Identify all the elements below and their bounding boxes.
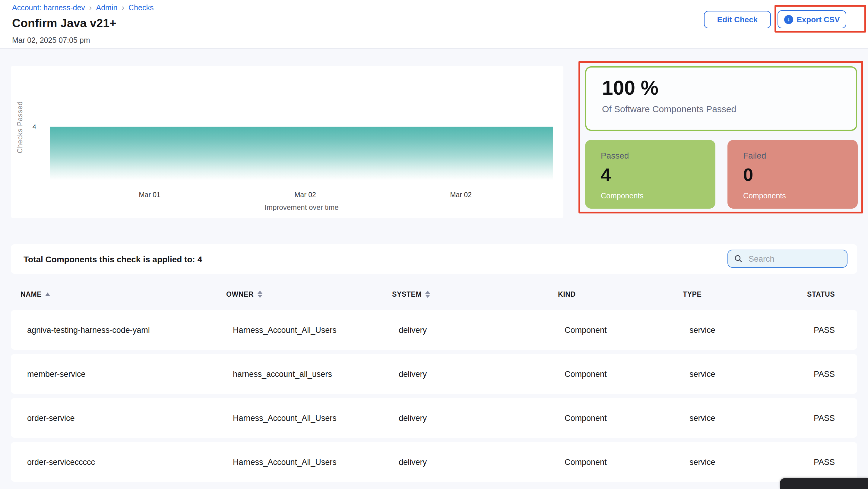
column-header-label: SYSTEM — [392, 290, 422, 298]
table-row[interactable]: order-serviceccccc Harness_Account_All_U… — [11, 442, 857, 482]
pass-rate-label: Of Software Components Passed — [602, 104, 856, 114]
failed-value: 0 — [743, 165, 858, 185]
column-header-status: STATUS — [807, 290, 857, 298]
search-input[interactable] — [747, 254, 847, 264]
page-content: Checks Passed 4 Mar 01 Mar 02 Mar 02 Imp… — [0, 49, 868, 489]
column-header-kind: KIND — [558, 290, 683, 298]
cell-system: delivery — [399, 413, 565, 422]
search-icon — [734, 255, 743, 263]
cell-owner: harness_account_all_users — [233, 369, 399, 378]
cell-kind: Component — [565, 413, 689, 422]
cell-system: delivery — [399, 369, 565, 378]
cell-name: agniva-testing-harness-code-yaml — [27, 325, 233, 334]
column-header-label: KIND — [558, 290, 576, 298]
sort-icon — [257, 290, 262, 298]
breadcrumb-link-account[interactable]: Account: harness-dev — [12, 3, 85, 12]
y-axis-tick: 4 — [23, 123, 36, 130]
breadcrumb-link-admin[interactable]: Admin — [96, 3, 118, 12]
chart-caption: Improvement over time — [50, 203, 553, 211]
export-csv-label: Export CSV — [797, 15, 840, 24]
column-header-system[interactable]: SYSTEM — [392, 290, 558, 298]
failed-stat-card: Failed 0 Components — [727, 140, 858, 208]
breadcrumb-separator-icon: › — [122, 3, 124, 12]
column-header-label: NAME — [21, 290, 42, 298]
cell-kind: Component — [565, 457, 689, 466]
table-row[interactable]: member-service harness_account_all_users… — [11, 354, 857, 394]
components-table-body: agniva-testing-harness-code-yaml Harness… — [11, 310, 857, 486]
breadcrumb-separator-icon: › — [89, 3, 92, 12]
page-header: Account: harness-dev › Admin › Checks Co… — [0, 0, 868, 49]
column-header-label: OWNER — [226, 290, 254, 298]
x-axis-tick: Mar 02 — [450, 191, 472, 198]
cell-status: PASS — [814, 369, 857, 378]
cell-status: PASS — [814, 457, 857, 466]
failed-unit: Components — [743, 192, 858, 200]
checks-detail-page: Account: harness-dev › Admin › Checks Co… — [0, 0, 868, 489]
column-header-label: STATUS — [807, 290, 835, 298]
page-title: Confirm Java v21+ — [12, 16, 116, 30]
cell-status: PASS — [814, 413, 857, 422]
download-icon: ↓ — [784, 15, 793, 24]
cell-kind: Component — [565, 369, 689, 378]
cell-system: delivery — [399, 325, 565, 334]
edit-check-button[interactable]: Edit Check — [704, 11, 771, 28]
cell-kind: Component — [565, 325, 689, 334]
x-axis-tick: Mar 02 — [294, 191, 316, 198]
cell-type: service — [689, 457, 814, 466]
x-axis: Mar 01 Mar 02 Mar 02 — [50, 191, 553, 201]
area-chart-fill — [50, 127, 553, 180]
cell-status: PASS — [814, 325, 857, 334]
cell-owner: Harness_Account_All_Users — [233, 325, 399, 334]
pass-rate-value: 100 % — [602, 76, 856, 99]
table-row[interactable]: order-service Harness_Account_All_Users … — [11, 398, 857, 438]
passed-label: Passed — [601, 151, 715, 160]
column-header-type: TYPE — [683, 290, 807, 298]
table-column-headers: NAME OWNER SYSTEM KIND TYPE STATUS — [11, 283, 857, 304]
search-box — [727, 250, 847, 268]
failed-label: Failed — [743, 151, 858, 160]
y-axis-label: Checks Passed — [16, 88, 24, 166]
passed-value: 4 — [601, 165, 715, 185]
column-header-name[interactable]: NAME — [21, 290, 226, 298]
sort-icon — [425, 290, 430, 298]
total-components-label: Total Components this check is applied t… — [24, 244, 202, 274]
cell-type: service — [689, 325, 814, 334]
table-row[interactable]: agniva-testing-harness-code-yaml Harness… — [11, 310, 857, 350]
checks-passed-chart-panel: Checks Passed 4 Mar 01 Mar 02 Mar 02 Imp… — [11, 66, 563, 218]
cell-name: order-service — [27, 413, 233, 422]
cell-name: order-serviceccccc — [27, 457, 233, 466]
cell-owner: Harness_Account_All_Users — [233, 413, 399, 422]
passed-stat-card: Passed 4 Components — [585, 140, 715, 208]
cell-type: service — [689, 413, 814, 422]
components-table-header-card: Total Components this check is applied t… — [11, 244, 857, 274]
tooltip-fragment — [780, 478, 868, 489]
breadcrumb-link-checks[interactable]: Checks — [128, 3, 154, 12]
cell-name: member-service — [27, 369, 233, 378]
export-csv-button[interactable]: ↓ Export CSV — [777, 10, 846, 28]
cell-system: delivery — [399, 457, 565, 466]
column-header-owner[interactable]: OWNER — [226, 290, 392, 298]
pass-rate-card: 100 % Of Software Components Passed — [585, 66, 857, 131]
passed-unit: Components — [601, 192, 715, 200]
cell-owner: Harness_Account_All_Users — [233, 457, 399, 466]
breadcrumb: Account: harness-dev › Admin › Checks — [12, 3, 154, 12]
cell-type: service — [689, 369, 814, 378]
x-axis-tick: Mar 01 — [139, 191, 160, 198]
check-timestamp: Mar 02, 2025 07:05 pm — [12, 36, 90, 44]
sort-ascending-icon — [45, 292, 50, 296]
column-header-label: TYPE — [683, 290, 702, 298]
